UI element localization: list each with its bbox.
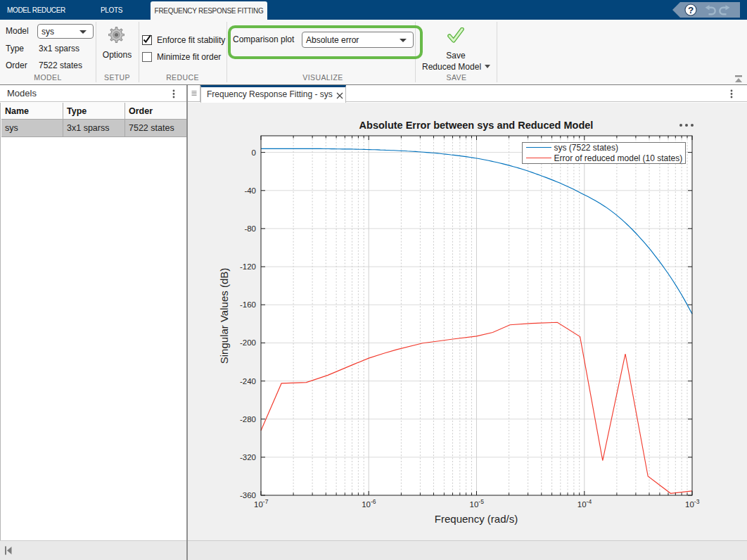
svg-text:-200: -200 [240, 338, 256, 347]
svg-text:-120: -120 [240, 262, 256, 271]
svg-text:sys (7522 states): sys (7522 states) [554, 143, 618, 153]
svg-text:-40: -40 [244, 186, 256, 195]
svg-text:Absolute Error between sys and: Absolute Error between sys and Reduced M… [359, 120, 594, 131]
svg-text:0: 0 [252, 148, 256, 157]
svg-text:10-3: 10-3 [685, 498, 700, 509]
svg-text:Frequency (rad/s): Frequency (rad/s) [435, 513, 518, 525]
svg-text:10-7: 10-7 [254, 498, 269, 509]
svg-text:-240: -240 [240, 377, 256, 386]
svg-text:10-4: 10-4 [577, 498, 592, 509]
svg-text:Error of reduced model (10 sta: Error of reduced model (10 states) [554, 153, 683, 163]
svg-text:10-6: 10-6 [362, 498, 376, 509]
svg-text:-320: -320 [240, 453, 256, 462]
svg-text:10-5: 10-5 [470, 498, 485, 509]
svg-text:Singular Values (dB): Singular Values (dB) [218, 268, 230, 364]
svg-text:-160: -160 [240, 300, 256, 309]
svg-text:?: ? [688, 5, 694, 15]
svg-text:-280: -280 [240, 415, 256, 424]
svg-text:-80: -80 [244, 224, 256, 233]
svg-text:-360: -360 [240, 491, 256, 499]
